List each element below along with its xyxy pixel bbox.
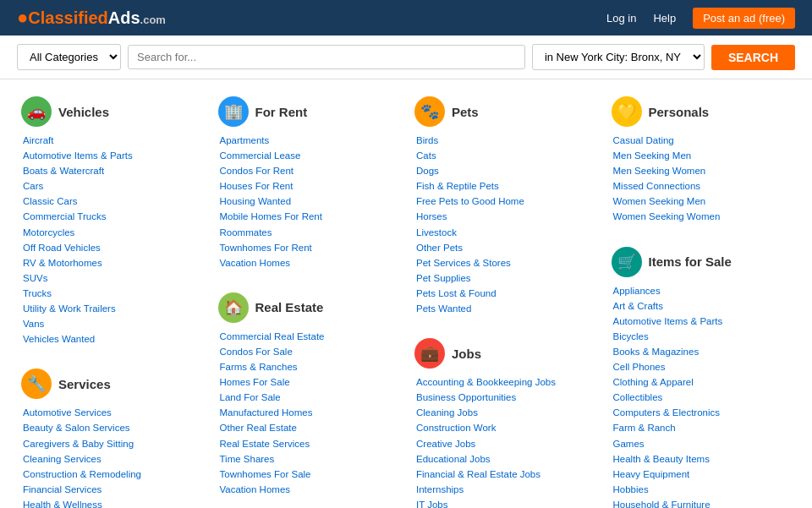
link-hobbies[interactable]: Hobbies bbox=[613, 484, 649, 494]
link-men-seeking-women[interactable]: Men Seeking Women bbox=[613, 166, 706, 176]
category-header-for-rent: 🏢For Rent bbox=[218, 96, 398, 127]
link-automotive-items-&-parts[interactable]: Automotive Items & Parts bbox=[613, 316, 723, 326]
link-pet-services-&-stores[interactable]: Pet Services & Stores bbox=[416, 258, 511, 268]
link-cleaning-jobs[interactable]: Cleaning Jobs bbox=[416, 407, 478, 418]
link-heavy-equipment[interactable]: Heavy Equipment bbox=[613, 469, 690, 479]
link-utility-&-work-trailers[interactable]: Utility & Work Trailers bbox=[23, 303, 116, 314]
link-women-seeking-women[interactable]: Women Seeking Women bbox=[613, 211, 721, 221]
link-missed-connections[interactable]: Missed Connections bbox=[613, 181, 701, 191]
header-nav: Log in Help Post an ad (free) bbox=[606, 8, 795, 29]
column-1: 🚗VehiclesAircraftAutomotive Items & Part… bbox=[17, 92, 206, 508]
link-men-seeking-men[interactable]: Men Seeking Men bbox=[613, 150, 692, 161]
link-manufactured-homes[interactable]: Manufactured Homes bbox=[220, 407, 313, 418]
location-select[interactable]: in New York City: Bronx, NY bbox=[532, 44, 705, 70]
help-link[interactable]: Help bbox=[653, 12, 676, 25]
link-casual-dating[interactable]: Casual Dating bbox=[613, 135, 674, 145]
link-caregivers-&-baby-sitting[interactable]: Caregivers & Baby Sitting bbox=[23, 439, 134, 449]
link-trucks[interactable]: Trucks bbox=[23, 288, 52, 298]
link-women-seeking-men[interactable]: Women Seeking Men bbox=[613, 196, 706, 206]
link-vans[interactable]: Vans bbox=[23, 319, 44, 329]
link-business-opportunities[interactable]: Business Opportunities bbox=[416, 392, 516, 402]
search-input[interactable] bbox=[128, 45, 525, 69]
link-accounting-&-bookkeeping-jobs[interactable]: Accounting & Bookkeeping Jobs bbox=[416, 377, 556, 387]
link-pet-supplies[interactable]: Pet Supplies bbox=[416, 273, 471, 283]
link-clothing-&-apparel[interactable]: Clothing & Apparel bbox=[613, 377, 694, 387]
link-real-estate-services[interactable]: Real Estate Services bbox=[220, 439, 310, 449]
link-motorcycles[interactable]: Motorcycles bbox=[23, 227, 74, 238]
link-roommates[interactable]: Roommates bbox=[220, 227, 272, 238]
link-health-&-beauty-items[interactable]: Health & Beauty Items bbox=[613, 454, 710, 464]
link-games[interactable]: Games bbox=[613, 439, 645, 449]
personals-title: Personals bbox=[649, 105, 710, 119]
link-art-&-crafts[interactable]: Art & Crafts bbox=[613, 301, 663, 311]
link-other-real-estate[interactable]: Other Real Estate bbox=[220, 423, 297, 433]
link-off-road-vehicles[interactable]: Off Road Vehicles bbox=[23, 243, 101, 253]
link-internships[interactable]: Internships bbox=[416, 484, 464, 494]
link-financial-services[interactable]: Financial Services bbox=[23, 484, 102, 494]
post-ad-button[interactable]: Post an ad (free) bbox=[693, 8, 795, 29]
link-vacation-homes[interactable]: Vacation Homes bbox=[220, 484, 291, 494]
link-dogs[interactable]: Dogs bbox=[416, 166, 439, 176]
link-educational-jobs[interactable]: Educational Jobs bbox=[416, 454, 491, 464]
link-construction-&-remodeling[interactable]: Construction & Remodeling bbox=[23, 469, 141, 479]
link-birds[interactable]: Birds bbox=[416, 135, 438, 145]
link-livestock[interactable]: Livestock bbox=[416, 227, 457, 238]
link-commercial-lease[interactable]: Commercial Lease bbox=[220, 150, 301, 161]
link-pets-lost-&-found[interactable]: Pets Lost & Found bbox=[416, 288, 497, 298]
link-vacation-homes[interactable]: Vacation Homes bbox=[220, 258, 291, 268]
link-cats[interactable]: Cats bbox=[416, 150, 436, 161]
link-appliances[interactable]: Appliances bbox=[613, 286, 661, 296]
link-aircraft[interactable]: Aircraft bbox=[23, 135, 53, 145]
link-commercial-real-estate[interactable]: Commercial Real Estate bbox=[220, 331, 325, 341]
link-books-&-magazines[interactable]: Books & Magazines bbox=[613, 347, 700, 357]
link-townhomes-for-rent[interactable]: Townhomes For Rent bbox=[220, 243, 312, 253]
link-mobile-homes-for-rent[interactable]: Mobile Homes For Rent bbox=[220, 211, 322, 221]
link-pets-wanted[interactable]: Pets Wanted bbox=[416, 303, 471, 314]
search-button[interactable]: SEARCH bbox=[711, 45, 795, 70]
login-link[interactable]: Log in bbox=[606, 12, 636, 25]
category-header-real-estate: 🏠Real Estate bbox=[218, 292, 398, 323]
link-cleaning-services[interactable]: Cleaning Services bbox=[23, 454, 102, 464]
link-houses-for-rent[interactable]: Houses For Rent bbox=[220, 181, 294, 191]
link-cars[interactable]: Cars bbox=[23, 181, 43, 191]
link-other-pets[interactable]: Other Pets bbox=[416, 243, 463, 253]
link-commercial-trucks[interactable]: Commercial Trucks bbox=[23, 211, 106, 221]
category-header-pets: 🐾Pets bbox=[414, 96, 595, 127]
link-fish-&-reptile-pets[interactable]: Fish & Reptile Pets bbox=[416, 181, 499, 191]
link-apartments[interactable]: Apartments bbox=[220, 135, 270, 145]
link-condos-for-sale[interactable]: Condos For Sale bbox=[220, 347, 293, 357]
link-horses[interactable]: Horses bbox=[416, 211, 447, 221]
list-item: Vans bbox=[23, 317, 201, 330]
list-item: Pets Lost & Found bbox=[416, 287, 595, 300]
link-boats-&-watercraft[interactable]: Boats & Watercraft bbox=[23, 166, 104, 176]
link-health-&-wellness[interactable]: Health & Wellness bbox=[23, 500, 102, 508]
link-financial-&-real-estate-jobs[interactable]: Financial & Real Estate Jobs bbox=[416, 469, 540, 479]
link-automotive-services[interactable]: Automotive Services bbox=[23, 407, 112, 418]
link-free-pets-to-good-home[interactable]: Free Pets to Good Home bbox=[416, 196, 524, 206]
link-it-jobs[interactable]: IT Jobs bbox=[416, 500, 448, 508]
link-computers-&-electronics[interactable]: Computers & Electronics bbox=[613, 407, 721, 418]
link-condos-for-rent[interactable]: Condos For Rent bbox=[220, 166, 294, 176]
link-land-for-sale[interactable]: Land For Sale bbox=[220, 392, 281, 402]
list-item: Commercial Real Estate bbox=[220, 330, 398, 343]
link-creative-jobs[interactable]: Creative Jobs bbox=[416, 439, 475, 449]
link-suvs[interactable]: SUVs bbox=[23, 273, 47, 283]
link-townhomes-for-sale[interactable]: Townhomes For Sale bbox=[220, 469, 311, 479]
link-vehicles-wanted[interactable]: Vehicles Wanted bbox=[23, 334, 95, 344]
link-rv-&-motorhomes[interactable]: RV & Motorhomes bbox=[23, 258, 102, 268]
category-select[interactable]: All Categories bbox=[17, 44, 121, 70]
link-classic-cars[interactable]: Classic Cars bbox=[23, 196, 78, 206]
link-farms-&-ranches[interactable]: Farms & Ranches bbox=[220, 362, 298, 372]
list-item: Real Estate Services bbox=[220, 437, 398, 451]
link-housing-wanted[interactable]: Housing Wanted bbox=[220, 196, 292, 206]
link-collectibles[interactable]: Collectibles bbox=[613, 392, 663, 402]
link-bicycles[interactable]: Bicycles bbox=[613, 331, 649, 341]
link-beauty-&-salon-services[interactable]: Beauty & Salon Services bbox=[23, 423, 130, 433]
link-homes-for-sale[interactable]: Homes For Sale bbox=[220, 377, 290, 387]
link-household-&-furniture[interactable]: Household & Furniture bbox=[613, 500, 710, 508]
link-time-shares[interactable]: Time Shares bbox=[220, 454, 275, 464]
link-farm-&-ranch[interactable]: Farm & Ranch bbox=[613, 423, 676, 433]
link-construction-work[interactable]: Construction Work bbox=[416, 423, 496, 433]
link-cell-phones[interactable]: Cell Phones bbox=[613, 362, 666, 372]
link-automotive-items-&-parts[interactable]: Automotive Items & Parts bbox=[23, 150, 133, 161]
